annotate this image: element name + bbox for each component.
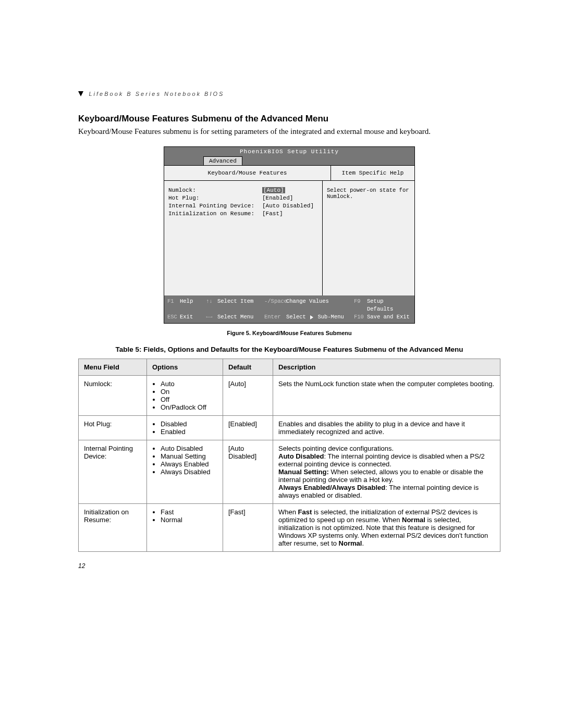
bios-key-enter-label: Select Sub-Menu [286, 313, 354, 321]
bios-row-pointing: Internal Pointing Device: [Auto Disabled… [168, 203, 318, 209]
cell-description: Sets the NumLock function state when the… [273, 376, 500, 416]
list-item: Auto [161, 380, 217, 388]
bios-help-panel: Select power-on state for Numlock. [323, 181, 414, 295]
list-item: Manual Setting [161, 452, 217, 460]
bios-value: [Auto Disabled] [262, 203, 314, 209]
table-title: Table 5: Fields, Options and Defaults fo… [78, 346, 500, 353]
cell-default: [Enabled] [223, 416, 273, 440]
triangle-right-icon [310, 315, 313, 319]
bios-footer: F1 Help ↑↓ Select Item -/Space Change Va… [164, 295, 414, 323]
cell-description: Enables and disables the ability to plug… [273, 416, 500, 440]
list-item: On/Padlock Off [161, 403, 217, 411]
bios-key-arrows-h: ←→ [206, 313, 217, 321]
table-header-row: Menu Field Options Default Description [79, 359, 500, 376]
desc-bold: Fast [298, 508, 312, 516]
bios-screenshot: PhoenixBIOS Setup Utility Advanced Keybo… [164, 146, 415, 324]
bios-key-select-menu: Select Menu [217, 313, 264, 321]
th-default: Default [223, 359, 273, 376]
cell-field: Initialization on Resume: [79, 504, 147, 552]
bios-subheader-left: Keyboard/Mouse Features [164, 166, 331, 180]
bios-key-change-values: Change Values [286, 298, 354, 313]
table-row: Internal Pointing Device: Auto Disabled … [79, 440, 500, 504]
page-header: LifeBook B Series Notebook BIOS [78, 89, 500, 98]
bios-key-f1: F1 [167, 298, 180, 313]
page-number: 12 [78, 562, 500, 570]
list-item: Off [161, 396, 217, 403]
desc-bold: Always Enabled/Always Disabled [278, 484, 385, 491]
cell-description: When Fast is selected, the initializatio… [273, 504, 500, 552]
list-item: Fast [161, 508, 217, 516]
desc-bold: Manual Setting: [278, 468, 329, 476]
bios-title: PhoenixBIOS Setup Utility [164, 147, 414, 156]
table-row: Initialization on Resume: Fast Normal [F… [79, 504, 500, 552]
header-arrow-icon [78, 91, 83, 96]
bios-settings-panel: Numlock: [Auto] Hot Plug: [Enabled] Inte… [164, 181, 323, 295]
bios-value: [Enabled] [262, 195, 293, 201]
bios-label: Internal Pointing Device: [168, 203, 262, 209]
bios-key-f10: F10 [354, 313, 367, 321]
table-row: Hot Plug: Disabled Enabled [Enabled] Ena… [79, 416, 500, 440]
cell-field: Numlock: [79, 376, 147, 416]
bios-key-minus: -/Space [264, 298, 286, 313]
list-item: On [161, 388, 217, 396]
cell-field: Hot Plug: [79, 416, 147, 440]
bios-tabs: Advanced [164, 156, 414, 165]
bios-label: Numlock: [168, 187, 262, 193]
th-menu-field: Menu Field [79, 359, 147, 376]
bios-key-f9-label: Setup Defaults [367, 298, 411, 313]
list-item: Always Disabled [161, 468, 217, 476]
cell-field: Internal Pointing Device: [79, 440, 147, 504]
cell-options: Disabled Enabled [147, 416, 223, 440]
table-row: Numlock: Auto On Off On/Padlock Off [Aut… [79, 376, 500, 416]
desc-bold: Normal [402, 516, 425, 524]
header-text: LifeBook B Series Notebook BIOS [89, 91, 224, 97]
cell-description: Selects pointing device configurations. … [273, 440, 500, 504]
th-description: Description [273, 359, 500, 376]
bios-value-selected: [Auto] [262, 187, 285, 193]
list-item: Enabled [161, 428, 217, 436]
bios-label: Hot Plug: [168, 195, 262, 201]
desc-bold: Normal [339, 539, 362, 547]
bios-key-select-item: Select Item [217, 298, 264, 313]
cell-options: Fast Normal [147, 504, 223, 552]
bios-key-enter: Enter [264, 313, 286, 321]
options-table: Menu Field Options Default Description N… [78, 359, 500, 552]
bios-value: [Fast] [262, 211, 283, 217]
list-item: Auto Disabled [161, 445, 217, 452]
cell-options: Auto On Off On/Padlock Off [147, 376, 223, 416]
bios-key-esc: ESC [167, 313, 180, 321]
bios-key-f1-label: Help [180, 298, 206, 313]
bios-subheader-right: Item Specific Help [331, 166, 414, 180]
desc-text: When [278, 508, 298, 516]
cell-default: [Fast] [223, 504, 273, 552]
bios-tab-advanced: Advanced [203, 156, 242, 165]
bios-key-f9: F9 [354, 298, 367, 313]
desc-bold: Auto Disabled [278, 452, 324, 460]
list-item: Normal [161, 516, 217, 524]
bios-label: Initialization on Resume: [168, 211, 262, 217]
section-title: Keyboard/Mouse Features Submenu of the A… [78, 114, 500, 124]
list-item: Disabled [161, 420, 217, 428]
figure-caption: Figure 5. Keyboard/Mouse Features Submen… [78, 330, 500, 336]
cell-options: Auto Disabled Manual Setting Always Enab… [147, 440, 223, 504]
list-item: Always Enabled [161, 460, 217, 468]
bios-key-f10-label: Save and Exit [367, 313, 411, 321]
intro-text: Keyboard/Mouse Features submenu is for s… [78, 127, 500, 136]
th-options: Options [147, 359, 223, 376]
bios-row-hotplug: Hot Plug: [Enabled] [168, 195, 318, 201]
desc-text: . [362, 539, 364, 547]
cell-default: [Auto] [223, 376, 273, 416]
cell-default: [Auto Disabled] [223, 440, 273, 504]
bios-key-arrows-v: ↑↓ [206, 298, 217, 313]
desc-text: Selects pointing device configurations. [278, 445, 394, 452]
bios-row-numlock: Numlock: [Auto] [168, 187, 318, 193]
bios-row-init: Initialization on Resume: [Fast] [168, 211, 318, 217]
bios-key-esc-label: Exit [180, 313, 206, 321]
